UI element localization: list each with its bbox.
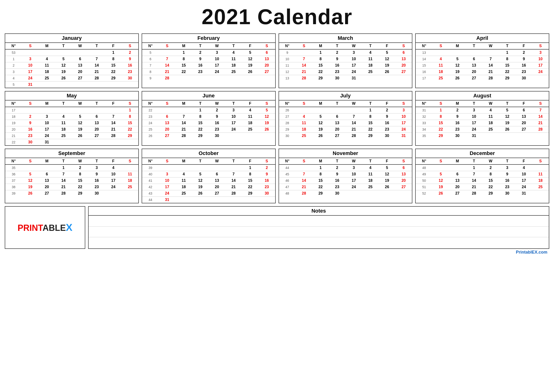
table-row: 678910111213 (142, 56, 275, 62)
page-title: 2021 Calendar (5, 5, 549, 29)
table-row: 2413141516171819 (142, 120, 275, 126)
notes-line-3 (89, 237, 549, 248)
table-row: 223031 (5, 139, 138, 146)
table-row: 821222324252627 (142, 69, 275, 75)
table-row: 44123456 (279, 164, 412, 171)
table-row: 2520212223242526 (142, 126, 275, 133)
table-row: 5123456 (142, 49, 275, 56)
table-row: 52262728293031 (416, 190, 549, 197)
table-row: 928 (142, 75, 275, 82)
logo-print: PRINT (18, 223, 42, 233)
month-header-april: April (416, 34, 549, 43)
table-row: 317181920212223 (5, 69, 138, 75)
month-block-may: MayN°SMTWTFS1711823456781991011121314152… (5, 91, 139, 146)
table-row: 3422232425262728 (416, 126, 549, 133)
month-header-february: February (142, 34, 275, 43)
table-row: 531 (5, 82, 138, 88)
table-row: 1114151617181920 (279, 62, 412, 69)
month-header-march: March (279, 34, 412, 43)
month-block-september: SeptemberN°SMTWTFS3512343656789101137121… (5, 149, 139, 203)
table-row: 5312 (5, 49, 138, 56)
table-row: 32891011121314 (416, 113, 549, 120)
table-row: 4217181920212223 (142, 184, 275, 190)
table-row: 3025262728293031 (279, 133, 412, 139)
table-row: 210111213141516 (5, 62, 138, 69)
month-table-march: N°SMTWTFS9123456107891011121311141516171… (279, 43, 412, 81)
month-block-november: NovemberN°SMTWTFS44123456457891011121346… (278, 149, 413, 203)
month-table-january: N°SMTWTFS5312134567892101112131415163171… (5, 43, 138, 88)
table-row: 3819202122232425 (5, 184, 138, 190)
table-row: 4431 (142, 197, 275, 203)
table-row: 48282930 (279, 190, 412, 197)
month-header-august: August (416, 91, 549, 100)
month-table-february: N°SMTWTFS5123456678910111213714151617181… (142, 43, 275, 81)
month-block-july: JulyN°SMTWTFS261232745678910281112131415… (278, 91, 413, 146)
table-row: 4324252627282930 (142, 190, 275, 197)
month-table-october: N°SMTWTFS3912403456789411011121314151642… (142, 158, 275, 203)
table-row: 1221222324252627 (279, 69, 412, 75)
table-row: 2212345 (142, 107, 275, 113)
table-row: 1618192021222324 (416, 69, 549, 75)
table-row: 2918192021222324 (279, 126, 412, 133)
table-row: 2745678910 (279, 113, 412, 120)
table-row: 13123 (416, 49, 549, 56)
table-row: 1328293031 (279, 75, 412, 82)
table-row: 714151617181920 (142, 62, 275, 69)
month-header-january: January (5, 34, 138, 43)
month-table-september: N°SMTWTFS3512343656789101137121314151617… (5, 158, 138, 196)
table-row: 1078910111213 (279, 56, 412, 62)
table-row: 236789101112 (142, 113, 275, 120)
logo-able: ABLE (43, 223, 66, 233)
month-table-august: N°SMTWTFS3112345673289101112131433151617… (416, 100, 549, 139)
month-table-july: N°SMTWTFS2612327456789102811121314151617… (279, 100, 412, 139)
table-row: 13456789 (5, 56, 138, 62)
table-row: 35293031 (416, 133, 549, 139)
table-row: 481234 (416, 164, 549, 171)
month-block-june: JuneN°SMTWTFS221234523678910111224131415… (142, 91, 276, 146)
table-row: 3912 (142, 164, 275, 171)
table-row: 3712131415161718 (5, 177, 138, 184)
table-row: 2123242526272829 (5, 133, 138, 139)
month-header-may: May (5, 91, 138, 100)
table-row: 2627282930 (142, 133, 275, 139)
month-header-october: October (142, 149, 275, 158)
logo-x: X (66, 222, 72, 233)
table-row: 403456789 (142, 171, 275, 177)
month-block-october: OctoberN°SMTWTFS391240345678941101112131… (142, 149, 276, 203)
table-row: 9123456 (279, 49, 412, 56)
table-row: 171 (5, 107, 138, 113)
table-row: 392627282930 (5, 190, 138, 197)
table-row: 17252627282930 (416, 75, 549, 82)
notes-line-1 (89, 216, 549, 227)
month-block-january: JanuaryN°SMTWTFS531213456789210111213141… (5, 33, 139, 88)
month-header-june: June (142, 91, 275, 100)
month-table-november: N°SMTWTFS4412345645789101112134614151617… (279, 158, 412, 196)
month-block-march: MarchN°SMTWTFS91234561078910111213111415… (278, 33, 413, 88)
notes-header: Notes (89, 207, 549, 216)
table-row: 5119202122232425 (416, 184, 549, 190)
table-row: 199101112131415 (5, 120, 138, 126)
printablex-credit: PrintablEX.com (5, 249, 549, 255)
month-header-july: July (279, 91, 412, 100)
table-row: 2811121314151617 (279, 120, 412, 126)
table-row: 3315161718192021 (416, 120, 549, 126)
month-block-december: DecemberN°SMTWTFS48123449567891011501213… (415, 149, 549, 203)
table-row: 2016171819202122 (5, 126, 138, 133)
table-row: 311234567 (416, 107, 549, 113)
table-row: 36567891011 (5, 171, 138, 177)
logo-box: PRINTABLEX (5, 206, 85, 249)
month-table-may: N°SMTWTFS1711823456781991011121314152016… (5, 100, 138, 145)
table-row: 5012131415161718 (416, 177, 549, 184)
table-row: 1445678910 (416, 56, 549, 62)
month-table-june: N°SMTWTFS2212345236789101112241314151617… (142, 100, 275, 139)
month-block-august: AugustN°SMTWTFS3112345673289101112131433… (415, 91, 549, 146)
month-block-february: FebruaryN°SMTWTFS51234566789101112137141… (142, 33, 276, 88)
notes-line-2 (89, 227, 549, 238)
month-header-november: November (279, 149, 412, 158)
month-table-april: N°SMTWTFS1312314456789101511121314151617… (416, 43, 549, 81)
table-row: 1511121314151617 (416, 62, 549, 69)
table-row: 4614151617181920 (279, 177, 412, 184)
month-header-december: December (416, 149, 549, 158)
month-table-december: N°SMTWTFS4812344956789101150121314151617… (416, 158, 549, 196)
table-row: 4721222324252627 (279, 184, 412, 190)
